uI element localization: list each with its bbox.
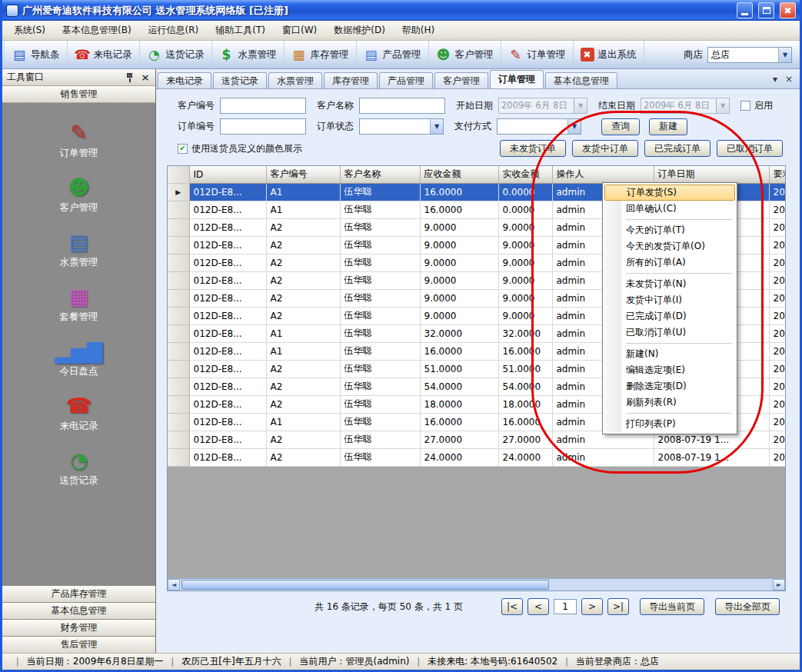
- row-selector[interactable]: [168, 307, 189, 324]
- enable-checkbox[interactable]: 启用: [740, 99, 773, 112]
- scrollbar-thumb[interactable]: [181, 580, 549, 590]
- column-header[interactable]: 实收金额: [498, 166, 552, 183]
- tab[interactable]: 来电记录: [158, 72, 211, 88]
- row-selector[interactable]: [168, 431, 189, 448]
- row-selector[interactable]: [168, 413, 189, 431]
- order-status-filter-button[interactable]: 未发货订单: [500, 140, 566, 157]
- start-date-picker[interactable]: 2009年 6月 8日 ▼: [498, 98, 587, 114]
- store-combobox[interactable]: 总店 ▼: [707, 47, 792, 63]
- tab[interactable]: 产品管理: [379, 72, 433, 88]
- context-menu-item[interactable]: 新建(N): [604, 346, 735, 362]
- first-page-button[interactable]: |<: [501, 598, 523, 615]
- context-menu-item[interactable]: 已取消订单(U): [604, 324, 735, 341]
- close-button[interactable]: ✖: [780, 2, 796, 18]
- menubar-item[interactable]: 辅助工具(T): [207, 21, 274, 40]
- page-number-input[interactable]: [554, 599, 577, 614]
- restore-button[interactable]: [758, 2, 774, 18]
- context-menu-item[interactable]: 编辑选定项(E): [604, 362, 735, 378]
- toolbar-button[interactable]: $ 水票管理: [212, 41, 285, 68]
- new-button[interactable]: 新建: [649, 118, 687, 135]
- row-selector[interactable]: [168, 201, 189, 218]
- toolbar-button[interactable]: ✎ 订单管理: [501, 41, 574, 68]
- context-menu-item[interactable]: 今天的订单(T): [604, 222, 735, 238]
- toolbar-button[interactable]: ▦ 库存管理: [285, 41, 357, 68]
- chevron-down-icon[interactable]: ▼: [778, 48, 791, 62]
- customer-name-input[interactable]: [359, 98, 445, 114]
- row-selector[interactable]: [168, 183, 189, 201]
- pay-method-combobox[interactable]: ▼: [497, 118, 581, 135]
- toolbar-button[interactable]: ☎ 来电记录: [68, 41, 140, 68]
- toolbar-button[interactable]: ✖ 退出系统: [574, 41, 644, 68]
- order-row[interactable]: 012D-E8... A2 伍华聪 24.0000 24.0000 admin …: [168, 448, 786, 466]
- column-header[interactable]: ID: [189, 166, 266, 183]
- sidebar-section[interactable]: 财务管理: [2, 619, 155, 636]
- context-menu-item[interactable]: 回单确认(C): [604, 201, 735, 217]
- export-current-page-button[interactable]: 导出当前页: [640, 598, 704, 615]
- menubar-item[interactable]: 帮助(H): [394, 21, 443, 40]
- order-status-filter-button[interactable]: 已取消订单: [717, 140, 783, 157]
- toolbar-button[interactable]: ▤ 导航条: [4, 41, 68, 68]
- order-status-filter-button[interactable]: 发货中订单: [572, 140, 638, 157]
- chevron-down-icon[interactable]: ▼: [567, 119, 581, 134]
- row-selector[interactable]: [168, 378, 189, 395]
- row-selector[interactable]: [168, 342, 189, 360]
- context-menu-item[interactable]: 刷新列表(R): [604, 394, 735, 411]
- pin-icon[interactable]: [125, 72, 135, 82]
- row-selector[interactable]: [168, 236, 189, 254]
- row-selector[interactable]: [168, 448, 189, 466]
- row-selector[interactable]: [168, 271, 189, 289]
- context-menu-item[interactable]: 删除选定项(D): [604, 378, 735, 394]
- sidebar-item[interactable]: ▦ 套餐管理: [2, 278, 155, 332]
- chevron-down-icon[interactable]: ▾: [769, 74, 781, 85]
- close-icon[interactable]: ×: [783, 74, 795, 85]
- sidebar-section[interactable]: 产品库存管理: [2, 585, 155, 602]
- sidebar-section[interactable]: 售后管理: [2, 636, 155, 653]
- query-button[interactable]: 查询: [601, 118, 640, 135]
- column-header[interactable]: 客户编号: [266, 166, 340, 183]
- order-status-filter-button[interactable]: 已完成订单: [644, 140, 710, 157]
- column-header[interactable]: 要求到货日期: [769, 166, 786, 183]
- order-no-input[interactable]: [220, 118, 306, 135]
- menubar-item[interactable]: 基本信息管理(B): [54, 21, 140, 40]
- sidebar-section-sales[interactable]: 销售管理: [2, 86, 155, 103]
- context-menu-item[interactable]: 订单发货(S): [604, 185, 735, 201]
- sidebar-item[interactable]: ▂▅▇ 今日盘点: [2, 332, 155, 387]
- row-selector[interactable]: [168, 254, 189, 271]
- tab[interactable]: 订单管理: [490, 70, 544, 88]
- tab[interactable]: 库存管理: [324, 72, 378, 88]
- chevron-down-icon[interactable]: ▼: [430, 119, 443, 134]
- context-menu-item[interactable]: 所有的订单(A): [604, 254, 735, 271]
- scroll-right-arrow[interactable]: ►: [773, 579, 785, 590]
- context-menu-item[interactable]: 打印列表(P): [604, 416, 735, 432]
- export-all-pages-button[interactable]: 导出全部页: [715, 598, 780, 615]
- scroll-left-arrow[interactable]: ◄: [168, 579, 180, 590]
- order-status-combobox[interactable]: ▼: [359, 118, 444, 135]
- sidebar-item[interactable]: ◔ 送货记录: [2, 441, 155, 496]
- close-icon[interactable]: ×: [140, 72, 151, 83]
- context-menu-item[interactable]: 未发货订单(N): [604, 276, 735, 292]
- sidebar-item[interactable]: ☎ 来电记录: [2, 387, 155, 441]
- tab[interactable]: 客户管理: [434, 72, 488, 88]
- tab[interactable]: 送货记录: [213, 72, 267, 88]
- menubar-item[interactable]: 窗口(W): [274, 21, 325, 40]
- customer-no-input[interactable]: [220, 98, 306, 114]
- menubar-item[interactable]: 数据维护(D): [325, 21, 394, 40]
- last-page-button[interactable]: >|: [607, 598, 629, 615]
- toolbar-button[interactable]: ☻ 客户管理: [429, 41, 501, 68]
- column-header[interactable]: 客户名称: [340, 166, 420, 183]
- row-selector[interactable]: [168, 360, 189, 378]
- context-menu-item[interactable]: 今天的发货订单(O): [604, 238, 735, 254]
- sidebar-section[interactable]: 基本信息管理: [2, 602, 155, 619]
- column-header[interactable]: 订单日期: [654, 166, 769, 183]
- minimize-button[interactable]: [737, 2, 753, 18]
- toolbar-button[interactable]: ◔ 送货记录: [140, 41, 212, 68]
- row-selector[interactable]: [168, 324, 189, 342]
- toolbar-button[interactable]: ▤ 产品管理: [357, 41, 429, 68]
- sidebar-item[interactable]: ✎ 订单管理: [2, 114, 155, 168]
- row-selector[interactable]: [168, 218, 189, 236]
- row-selector[interactable]: [168, 395, 189, 413]
- driver-color-checkbox[interactable]: 使用送货员定义的颜色展示: [178, 142, 302, 155]
- prev-page-button[interactable]: <: [527, 598, 549, 615]
- context-menu-item[interactable]: 已完成订单(D): [604, 308, 735, 324]
- menubar-item[interactable]: 系统(S): [5, 21, 54, 40]
